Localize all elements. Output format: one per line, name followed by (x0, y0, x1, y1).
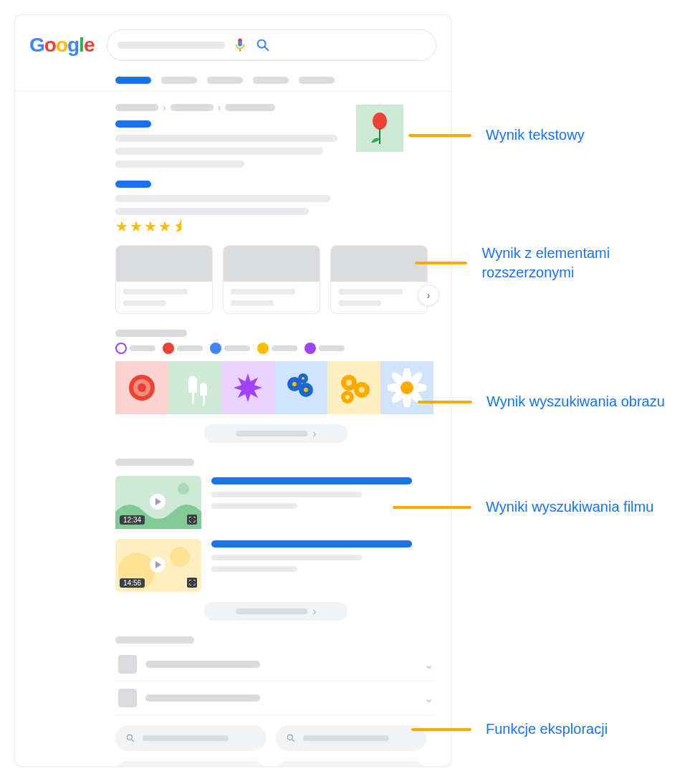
text-result-block: › › ★★★★⯨ (115, 102, 436, 235)
search-placeholder (118, 42, 225, 49)
search-icon (286, 733, 296, 743)
svg-point-11 (292, 382, 297, 386)
svg-rect-6 (192, 390, 194, 404)
video-result[interactable]: 12:34 ⛶ (115, 476, 436, 529)
image-result[interactable] (327, 361, 380, 414)
svg-line-1 (265, 47, 269, 51)
result-title-link[interactable] (115, 181, 151, 188)
image-result[interactable] (168, 361, 221, 414)
accordion-block: ⌄ ⌄ (115, 636, 436, 715)
search-input[interactable] (107, 29, 436, 61)
exploration-block (115, 725, 436, 767)
search-icon[interactable] (255, 37, 271, 53)
play-icon (150, 557, 166, 573)
accordion-item[interactable]: ⌄ (115, 682, 436, 715)
exploration-chip[interactable] (115, 725, 266, 751)
svg-point-34 (287, 735, 292, 740)
rich-card[interactable] (115, 245, 213, 314)
svg-point-19 (345, 395, 350, 399)
svg-point-31 (170, 547, 190, 567)
fullscreen-icon: ⛶ (187, 578, 197, 588)
svg-line-33 (132, 740, 134, 742)
image-result-strip (115, 361, 436, 414)
tab-5[interactable] (299, 77, 335, 84)
svg-point-13 (302, 377, 305, 380)
more-videos-button[interactable]: › (204, 602, 347, 621)
annotation-explore: Funkcje eksploracji (411, 720, 608, 739)
rich-card[interactable] (330, 245, 428, 314)
svg-rect-7 (203, 394, 205, 406)
accordion-item[interactable]: ⌄ (115, 648, 436, 682)
more-images-button[interactable]: › (204, 424, 347, 443)
fullscreen-icon: ⛶ (187, 515, 197, 525)
image-result[interactable] (221, 361, 274, 414)
chevron-down-icon: ⌄ (424, 692, 433, 705)
exploration-chip[interactable] (115, 761, 266, 767)
result-title-link[interactable] (115, 120, 151, 128)
rating-stars: ★★★★⯨ (115, 218, 436, 235)
svg-point-18 (359, 387, 365, 393)
svg-point-12 (304, 388, 308, 392)
tab-2[interactable] (161, 77, 197, 84)
result-thumbnail-tulip (356, 105, 403, 152)
video-duration: 14:56 (120, 578, 145, 588)
play-icon (150, 494, 166, 510)
rich-card[interactable] (223, 245, 320, 314)
annotation-video-result: Wyniki wyszukiwania filmu (393, 497, 653, 517)
svg-point-5 (138, 383, 146, 392)
annotation-rich-result: Wynik z elementami rozszerzonymi (415, 244, 688, 282)
mic-icon[interactable] (232, 37, 248, 53)
tab-4[interactable] (253, 77, 289, 84)
image-result[interactable] (274, 361, 327, 414)
svg-point-29 (178, 483, 189, 494)
search-icon (125, 733, 135, 743)
chevron-down-icon: ⌄ (424, 658, 433, 672)
svg-point-28 (401, 381, 413, 394)
svg-line-35 (292, 740, 294, 742)
svg-point-17 (346, 380, 352, 386)
svg-rect-2 (379, 128, 380, 144)
tab-all[interactable] (115, 77, 151, 84)
svg-point-0 (258, 40, 266, 48)
google-logo: Google (29, 34, 94, 57)
svg-point-32 (127, 735, 132, 740)
video-duration: 12:34 (120, 515, 145, 525)
video-results-block: 12:34 ⛶ 14:56 ⛶ (115, 459, 436, 621)
annotation-image-result: Wynik wyszukiwania obrazu (418, 392, 665, 411)
carousel-next-button[interactable]: › (418, 285, 439, 306)
exploration-chip[interactable] (276, 761, 426, 767)
exploration-chip[interactable] (276, 725, 426, 751)
image-results-block: › (115, 330, 436, 443)
rich-results-carousel: › (115, 245, 436, 314)
search-tabs (15, 64, 451, 91)
annotation-text-result: Wynik tekstowy (408, 125, 585, 145)
serp-mock-frame: Google (14, 14, 451, 767)
video-result[interactable]: 14:56 ⛶ (115, 539, 436, 592)
tab-3[interactable] (207, 77, 243, 84)
image-result[interactable] (115, 361, 168, 414)
